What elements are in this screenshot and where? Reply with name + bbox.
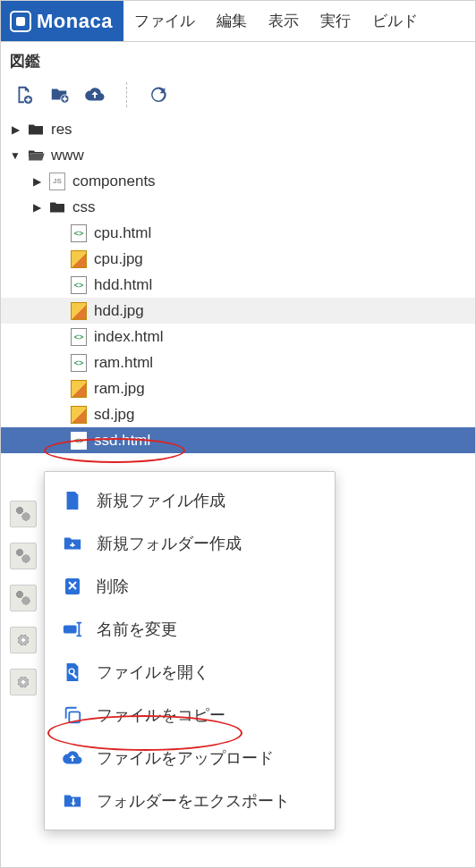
tree-folder-res[interactable]: ▶ res	[1, 116, 475, 142]
tree-item-label: www	[51, 147, 84, 164]
code-file-icon	[69, 224, 89, 242]
tree-file-index-html[interactable]: index.html	[1, 324, 475, 350]
brand-name: Monaca	[37, 10, 113, 33]
tree-item-label: sd.jpg	[94, 406, 134, 424]
folder-plus-icon	[63, 535, 82, 552]
tree-file-cpu-html[interactable]: cpu.html	[1, 220, 475, 246]
context-upload[interactable]: ファイルをアップロード	[45, 737, 335, 780]
code-file-icon	[69, 276, 89, 294]
tree-item-label: hdd.jpg	[94, 302, 144, 320]
folder-icon	[26, 122, 46, 137]
new-folder-icon[interactable]	[49, 85, 69, 105]
code-file-icon	[69, 328, 89, 346]
file-toolbar	[1, 77, 475, 116]
context-item-label: ファイルをアップロード	[97, 747, 274, 769]
tree-folder-components[interactable]: ▶ JS components	[1, 168, 475, 194]
folder-open-icon	[26, 148, 46, 163]
brand-logo[interactable]: Monaca	[1, 1, 123, 41]
caret-right-icon: ▶	[31, 175, 42, 188]
context-item-label: 名前を変更	[97, 619, 177, 640]
tree-file-hdd-jpg[interactable]: hdd.jpg	[1, 298, 475, 324]
menu-view[interactable]: 表示	[258, 11, 310, 31]
tree-file-ram-html[interactable]: ram.html	[1, 350, 475, 375]
tree-item-label: cpu.html	[94, 224, 151, 242]
js-folder-icon: JS	[47, 173, 67, 190]
context-item-label: 削除	[97, 576, 129, 597]
tree-item-label: ram.html	[94, 354, 153, 372]
menu-edit[interactable]: 編集	[206, 11, 258, 31]
delete-icon	[63, 577, 82, 596]
caret-right-icon: ▶	[31, 201, 42, 214]
caret-right-icon: ▶	[10, 123, 21, 136]
tree-item-label: ram.jpg	[94, 380, 145, 398]
thumb-icon	[10, 669, 37, 695]
context-item-label: ファイルをコピー	[97, 704, 225, 726]
context-item-label: 新規ファイル作成	[97, 490, 225, 511]
tree-item-label: res	[51, 121, 72, 139]
refresh-icon[interactable]	[149, 85, 168, 105]
svg-rect-5	[69, 712, 80, 722]
tree-file-sd-jpg[interactable]: sd.jpg	[1, 401, 475, 427]
brand-mark-icon	[10, 11, 31, 32]
file-tree: ▶ res ▼ www ▶ JS components ▶ css	[1, 116, 475, 453]
svg-rect-3	[64, 625, 77, 633]
tree-folder-css[interactable]: ▶ css	[1, 194, 475, 220]
app-root: Monaca ファイル 編集 表示 実行 ビルド 図鑑 ▶	[0, 0, 476, 868]
project-title: 図鑑	[1, 42, 475, 77]
thumb-icon	[10, 585, 37, 611]
open-file-icon	[63, 662, 82, 682]
tree-file-ram-jpg[interactable]: ram.jpg	[1, 375, 475, 401]
tree-folder-www[interactable]: ▼ www	[1, 142, 475, 168]
menu-build[interactable]: ビルド	[361, 11, 429, 31]
context-export[interactable]: フォルダーをエクスポート	[45, 780, 335, 822]
rename-icon	[63, 620, 82, 638]
background-thumbnails	[10, 501, 37, 695]
folder-icon	[47, 200, 67, 215]
thumb-icon	[10, 627, 37, 653]
tree-item-label: index.html	[94, 328, 163, 346]
menubar: Monaca ファイル 編集 表示 実行 ビルド	[1, 1, 475, 42]
context-new-folder[interactable]: 新規フォルダー作成	[45, 522, 335, 565]
context-open[interactable]: ファイルを開く	[45, 651, 335, 694]
thumb-icon	[10, 543, 37, 569]
tree-item-label: ssd.html	[94, 432, 150, 450]
toolbar-separator	[126, 82, 127, 107]
context-rename[interactable]: 名前を変更	[45, 608, 335, 651]
tree-item-label: hdd.html	[94, 276, 152, 294]
image-file-icon	[69, 250, 89, 268]
tree-file-hdd-html[interactable]: hdd.html	[1, 272, 475, 298]
file-plus-icon	[63, 491, 82, 510]
tree-item-label: components	[72, 173, 156, 190]
image-file-icon	[69, 302, 89, 320]
menu-run[interactable]: 実行	[310, 11, 361, 31]
tree-file-ssd-html[interactable]: ssd.html	[1, 427, 475, 453]
context-delete[interactable]: 削除	[45, 565, 335, 608]
menu-file[interactable]: ファイル	[123, 11, 206, 31]
image-file-icon	[69, 380, 89, 398]
new-file-icon[interactable]	[13, 85, 33, 105]
folder-export-icon	[63, 792, 82, 810]
context-new-file[interactable]: 新規ファイル作成	[45, 479, 335, 522]
cloud-upload-icon	[63, 749, 82, 767]
tree-file-cpu-jpg[interactable]: cpu.jpg	[1, 246, 475, 272]
code-file-icon	[69, 354, 89, 372]
context-item-label: フォルダーをエクスポート	[97, 790, 290, 812]
menu-items: ファイル 編集 表示 実行 ビルド	[123, 1, 429, 41]
copy-icon	[63, 705, 82, 725]
context-item-label: ファイルを開く	[97, 662, 209, 683]
context-item-label: 新規フォルダー作成	[97, 533, 242, 554]
context-menu: 新規ファイル作成 新規フォルダー作成 削除 名前を変更 ファイルを開く	[44, 471, 336, 830]
context-copy[interactable]: ファイルをコピー	[45, 694, 335, 737]
tree-item-label: css	[72, 198, 96, 216]
code-file-icon	[69, 432, 89, 450]
tree-item-label: cpu.jpg	[94, 250, 143, 268]
upload-icon[interactable]	[85, 85, 105, 105]
caret-down-icon: ▼	[10, 149, 21, 162]
thumb-icon	[10, 501, 37, 527]
image-file-icon	[69, 406, 89, 424]
